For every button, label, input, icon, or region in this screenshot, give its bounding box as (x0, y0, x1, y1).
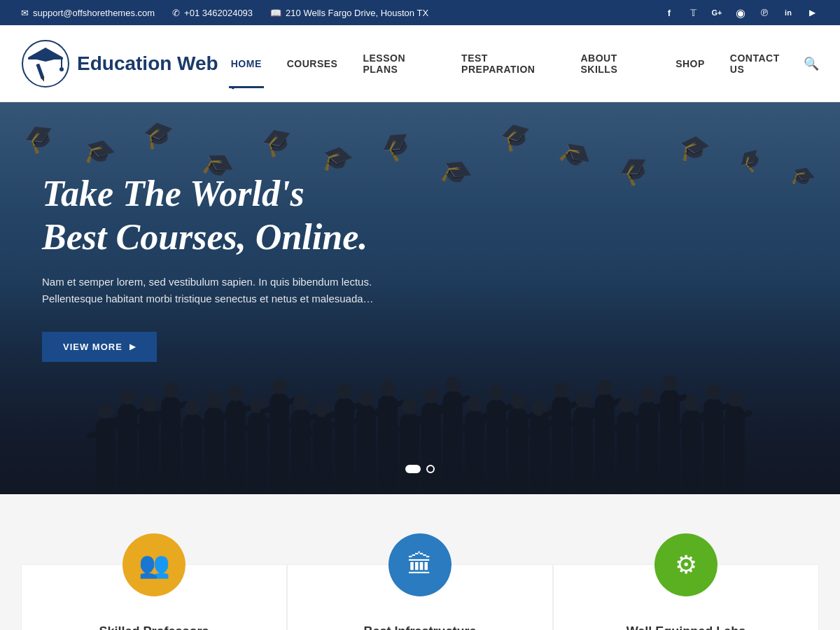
search-icon[interactable]: 🔍 (804, 56, 819, 71)
hero-section: 🎓 🎓 🎓 🎓 🎓 🎓 🎓 🎓 🎓 🎓 🎓 🎓 🎓 🎓 (0, 102, 840, 494)
feature-card-professors: 👥 Skilled Professors (21, 564, 287, 630)
hero-content: Take The World's Best Courses, Online. N… (0, 102, 420, 390)
nav-courses[interactable]: COURSES (274, 25, 351, 102)
infrastructure-icon: 🏛 (407, 550, 433, 580)
nav-shop[interactable]: SHOP (663, 25, 718, 102)
instagram-link[interactable]: ◉ (734, 6, 748, 20)
phone-info: ✆ +01 3462024093 (172, 8, 253, 18)
nav-contact-us[interactable]: CONTACT US (718, 25, 804, 102)
facebook-link[interactable]: f (662, 6, 676, 20)
top-bar-contact: ✉ support@offshorethemes.com ✆ +01 34620… (21, 8, 428, 18)
linkedin-link[interactable]: in (781, 6, 795, 20)
feature-icon-wrap-labs: ⚙ (654, 533, 718, 596)
feature-icon-wrap-infrastructure: 🏛 (388, 533, 451, 596)
mail-icon: ✉ (21, 8, 29, 18)
navbar: Education Web HOME COURSES LESSON PLANS … (0, 25, 840, 102)
google-plus-link[interactable]: G+ (710, 6, 724, 20)
hero-subtitle: Nam et semper lorem, sed vestibulum sapi… (42, 274, 378, 307)
slider-dot-2[interactable] (426, 465, 435, 473)
phone-icon: ✆ (172, 8, 180, 18)
pinterest-link[interactable]: ℗ (757, 6, 771, 20)
address-info: 📖 210 Wells Fargo Drive, Houston TX (270, 8, 428, 18)
youtube-link[interactable]: ▶ (805, 6, 819, 20)
social-links: f 𝕋 G+ ◉ ℗ in ▶ (662, 6, 819, 20)
feature-card-labs: ⚙ Well Equipped Labs (553, 564, 819, 630)
nav-home[interactable]: HOME (218, 25, 274, 102)
slider-dot-1[interactable] (405, 465, 421, 473)
professors-icon: 👥 (139, 550, 170, 580)
hero-title: Take The World's Best Courses, Online. (42, 172, 378, 260)
feature-title-labs: Well Equipped Labs (626, 624, 746, 630)
nav-menu: HOME COURSES LESSON PLANS TEST PREPARATI… (218, 25, 804, 102)
svg-rect-5 (36, 63, 44, 78)
feature-icon-wrap-professors: 👥 (122, 533, 186, 596)
twitter-link[interactable]: 𝕋 (686, 6, 700, 20)
email-info: ✉ support@offshorethemes.com (21, 8, 155, 18)
feature-title-professors: Skilled Professors (99, 624, 209, 630)
view-more-button[interactable]: VIEW MORE (42, 332, 157, 362)
labs-icon: ⚙ (675, 550, 697, 580)
book-icon: 📖 (270, 8, 281, 18)
slider-dots (405, 465, 435, 473)
feature-card-infrastructure: 🏛 Best Infrastructure (287, 564, 553, 630)
nav-test-preparation[interactable]: TEST PREPARATION (449, 25, 568, 102)
logo[interactable]: Education Web (21, 39, 218, 88)
feature-title-infrastructure: Best Infrastructure (363, 624, 476, 630)
svg-point-4 (59, 67, 64, 71)
svg-rect-2 (28, 57, 63, 59)
top-bar: ✉ support@offshorethemes.com ✆ +01 34620… (0, 0, 840, 25)
nav-about-skills[interactable]: ABOUT SKILLS (568, 25, 663, 102)
nav-lesson-plans[interactable]: LESSON PLANS (350, 25, 449, 102)
logo-icon (21, 39, 70, 88)
features-section: 👥 Skilled Professors 🏛 Best Infrastructu… (0, 494, 840, 630)
